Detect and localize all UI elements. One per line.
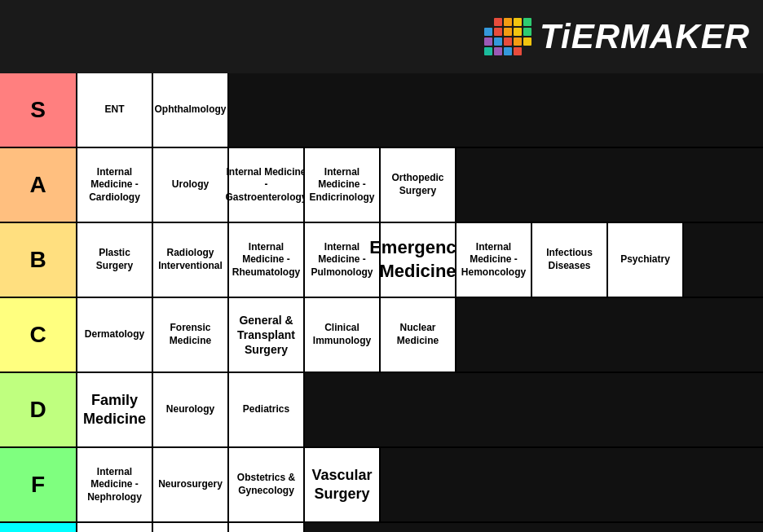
tier-fill: [496, 73, 764, 147]
tier-item: Neurosurgery: [153, 448, 229, 521]
tier-items-b: Plastic SurgeryRadiology InterventionalI…: [76, 223, 763, 297]
tier-items-d: Family MedicineNeurologyPediatrics: [76, 373, 763, 446]
tier-label-d: D: [0, 373, 76, 446]
tier-item: Internal Medicine - Cardiology: [77, 148, 153, 222]
header: TiERMAKER: [0, 0, 763, 73]
tier-label-not: Not actually medicine: [0, 523, 76, 532]
tier-item: Infectious Diseases: [532, 223, 608, 297]
tier-item: Plastic Surgery: [77, 223, 153, 297]
tier-item: Emergency Medicine: [381, 223, 456, 297]
tier-row-d: DFamily MedicineNeurologyPediatrics: [0, 373, 763, 448]
tier-label-c: C: [0, 298, 76, 372]
tiermaker-container: TiERMAKER SENTOphthalmologyAInternal Med…: [0, 0, 763, 532]
tier-label-a: A: [0, 148, 76, 222]
tier-item: ENT: [77, 73, 153, 147]
tier-row-a: AInternal Medicine - CardiologyUrologyIn…: [0, 148, 763, 223]
tier-item: Internal Medicine - Nephrology: [77, 448, 153, 521]
tier-item: Radiology Interventional: [153, 223, 229, 297]
tier-item: Internal Medicine - Gastroenterology: [229, 148, 305, 222]
tier-item: Forensic Medicine: [153, 298, 229, 372]
logo-grid-icon: [484, 18, 531, 55]
tier-row-c: CDermatologyForensic MedicineGeneral & T…: [0, 298, 763, 373]
tier-row-not: Not actually medicineRadiology (Diagnost…: [0, 523, 763, 532]
tier-item: Urology: [153, 148, 229, 222]
logo-text: TiERMAKER: [540, 17, 750, 56]
tier-items-s: ENTOphthalmology: [76, 73, 763, 147]
tier-fill: [305, 373, 763, 446]
tier-label-f: F: [0, 448, 76, 521]
tier-fill: [684, 223, 763, 297]
logo: TiERMAKER: [484, 17, 750, 56]
tier-row-b: BPlastic SurgeryRadiology Interventional…: [0, 223, 763, 298]
tier-label-b: B: [0, 223, 76, 297]
tier-item: Internal Medicine - Hemoncology: [456, 223, 532, 297]
tier-items-f: Internal Medicine - NephrologyNeurosurge…: [76, 448, 763, 521]
tier-item: Ophthalmology: [153, 73, 229, 147]
tier-items-a: Internal Medicine - CardiologyUrologyInt…: [76, 148, 763, 222]
tier-items-c: DermatologyForensic MedicineGeneral & Tr…: [76, 298, 763, 372]
tier-item: Pathology: [153, 523, 229, 532]
tier-item: Nuclear Medicine: [381, 298, 456, 372]
tier-rows: SENTOphthalmologyAInternal Medicine - Ca…: [0, 73, 763, 532]
tier-item: Psychiatry: [608, 223, 684, 297]
tier-item: Vascular Surgery: [305, 448, 381, 521]
tier-fill: [456, 298, 763, 372]
tier-empty-fill: [229, 73, 496, 147]
tier-fill: [305, 523, 763, 532]
tier-item: Radiology (Diagnostic): [77, 523, 153, 532]
tier-item: Internal Medicine - Rheumatology: [229, 223, 305, 297]
tier-item: Clinical Immunology: [305, 298, 381, 372]
tier-item: Orthopedic Surgery: [381, 148, 456, 222]
tier-item: Internal Medicine - Endicrinology: [305, 148, 381, 222]
tier-item: Family Medicine: [77, 373, 153, 446]
tier-item: Public health & preventative medicine: [229, 523, 305, 532]
tier-item: Pediatrics: [229, 373, 305, 446]
tier-item: Dermatology: [77, 298, 153, 372]
tier-row-f: FInternal Medicine - NephrologyNeurosurg…: [0, 448, 763, 523]
tier-item: General & Transplant Surgery: [229, 298, 305, 372]
tier-item: Neurology: [153, 373, 229, 446]
tier-fill: [381, 448, 763, 521]
tier-row-s: SENTOphthalmology: [0, 73, 763, 148]
tier-fill: [456, 148, 763, 222]
tier-items-not: Radiology (Diagnostic)PathologyPublic he…: [76, 523, 763, 532]
tier-item: Obstetrics & Gynecology: [229, 448, 305, 521]
tier-label-s: S: [0, 73, 76, 147]
